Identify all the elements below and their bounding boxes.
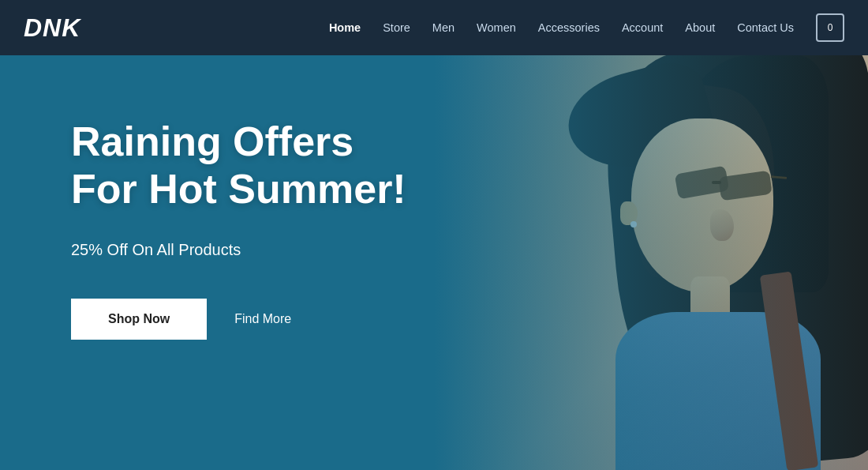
nav-item-contact[interactable]: Contact Us — [737, 21, 794, 34]
logo[interactable]: DNK — [24, 13, 80, 43]
cart-button[interactable]: 0 — [816, 13, 844, 42]
nav-item-men[interactable]: Men — [432, 21, 455, 34]
nav-item-women[interactable]: Women — [477, 21, 516, 34]
nav-item-about[interactable]: About — [685, 21, 715, 34]
hero-buttons: Shop Now Find More — [71, 299, 406, 340]
header: DNK Home Store Men Women Accessories Acc… — [0, 0, 868, 55]
nav-item-store[interactable]: Store — [383, 21, 410, 34]
cart-count: 0 — [828, 22, 833, 33]
nav-item-account[interactable]: Account — [622, 21, 663, 34]
hero-title-line1: Raining Offers — [71, 118, 354, 164]
hero-title-line2: For Hot Summer! — [71, 166, 406, 212]
shop-now-button[interactable]: Shop Now — [71, 299, 207, 340]
find-more-button[interactable]: Find More — [234, 312, 291, 326]
hero-content: Raining Offers For Hot Summer! 25% Off O… — [0, 55, 406, 340]
hero-section: Raining Offers For Hot Summer! 25% Off O… — [0, 55, 868, 470]
nav-item-home[interactable]: Home — [329, 21, 361, 34]
hero-subtitle: 25% Off On All Products — [71, 241, 406, 259]
hero-title: Raining Offers For Hot Summer! — [71, 118, 406, 213]
main-nav: Home Store Men Women Accessories Account… — [329, 13, 844, 42]
nav-item-accessories[interactable]: Accessories — [538, 21, 600, 34]
